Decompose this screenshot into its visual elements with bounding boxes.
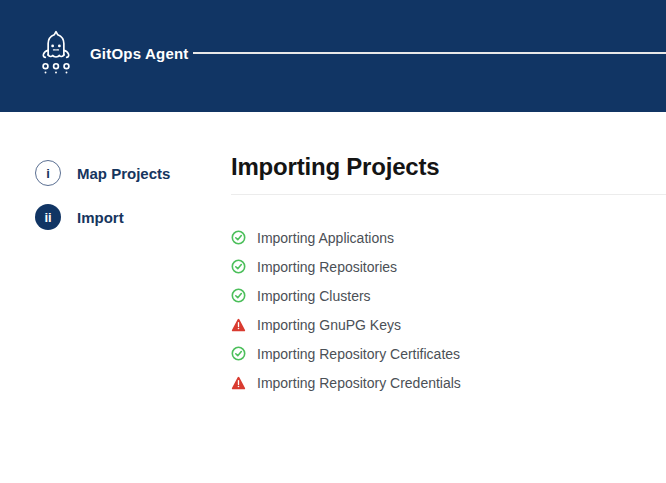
wizard-steps: i Map Projects ii Import <box>35 160 170 248</box>
warning-triangle-icon <box>231 317 246 332</box>
import-status-label: Importing Repository Credentials <box>257 375 461 391</box>
wizard-step-map-projects[interactable]: i Map Projects <box>35 160 170 186</box>
import-status-label: Importing Repositories <box>257 259 397 275</box>
import-status-row: Importing Clusters <box>231 281 666 310</box>
success-circle-icon <box>231 259 246 274</box>
step-numeral: ii <box>44 210 51 225</box>
import-status-label: Importing Applications <box>257 230 394 246</box>
import-status-label: Importing Clusters <box>257 288 371 304</box>
wizard-step-import[interactable]: ii Import <box>35 204 170 230</box>
success-circle-icon <box>231 288 246 303</box>
import-status-row: Importing GnuPG Keys <box>231 310 666 339</box>
app-header: GitOps Agent <box>0 0 666 112</box>
main-content: Importing Projects Importing Application… <box>231 153 666 397</box>
gitops-agent-window: GitOps Agent i Map Projects ii Import Im… <box>0 0 666 483</box>
warning-triangle-icon <box>231 375 246 390</box>
import-status-row: Importing Repository Certificates <box>231 339 666 368</box>
page-title: Importing Projects <box>231 153 666 181</box>
step-label: Map Projects <box>77 165 170 182</box>
step-numeral-badge: ii <box>35 204 61 230</box>
app-title: GitOps Agent <box>90 45 189 62</box>
success-circle-icon <box>231 346 246 361</box>
import-status-label: Importing GnuPG Keys <box>257 317 401 333</box>
import-status-row: Importing Repositories <box>231 252 666 281</box>
step-numeral: i <box>46 166 50 181</box>
import-status-row: Importing Applications <box>231 223 666 252</box>
import-status-list: Importing Applications Importing Reposit… <box>231 223 666 397</box>
success-circle-icon <box>231 230 246 245</box>
step-numeral-badge: i <box>35 160 61 186</box>
header-divider <box>193 52 666 54</box>
import-status-label: Importing Repository Certificates <box>257 346 460 362</box>
title-divider <box>231 194 666 195</box>
argo-squid-icon <box>38 30 74 74</box>
step-label: Import <box>77 209 124 226</box>
import-status-row: Importing Repository Credentials <box>231 368 666 397</box>
